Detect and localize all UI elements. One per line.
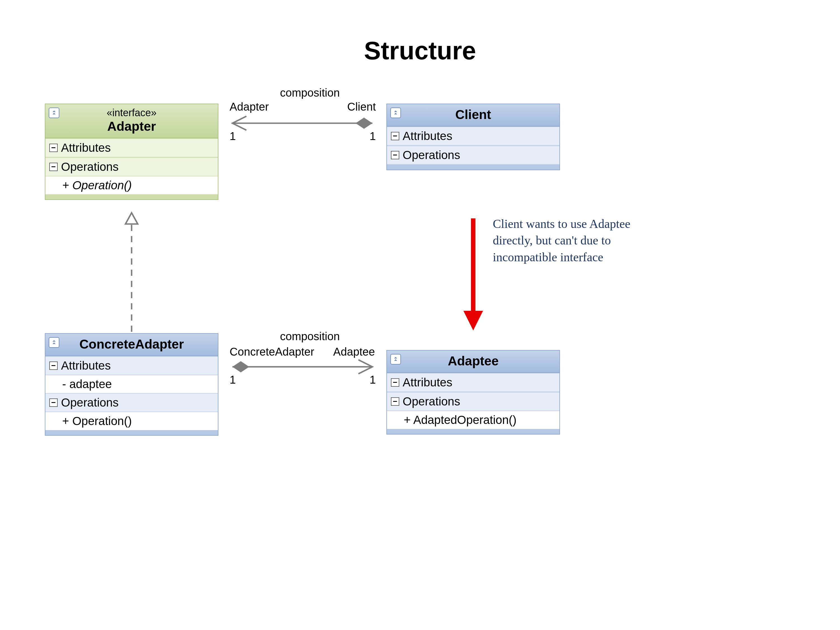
role-label: Adapter <box>230 101 269 113</box>
operation-member: + Operation() <box>45 412 218 430</box>
minus-icon[interactable]: − <box>49 163 58 171</box>
collapse-up-icon[interactable] <box>390 354 401 365</box>
class-box-concrete-adapter: ConcreteAdapter −Attributes - adaptee −O… <box>45 333 218 436</box>
collapse-up-icon[interactable] <box>49 107 59 118</box>
operations-section: −Operations + AdaptedOperation() <box>387 392 559 429</box>
class-footer <box>387 165 559 170</box>
multiplicity-label: 1 <box>230 130 236 142</box>
minus-icon[interactable]: − <box>391 132 399 140</box>
minus-icon[interactable]: − <box>391 378 399 387</box>
svg-marker-1 <box>355 118 373 129</box>
class-footer <box>45 194 218 199</box>
page-title: Structure <box>0 36 840 65</box>
minus-icon[interactable]: − <box>49 144 58 152</box>
class-head: «interface» Adapter <box>45 104 218 138</box>
section-label: Attributes <box>61 359 111 373</box>
attribute-member: - adaptee <box>45 375 218 393</box>
section-label: Operations <box>61 396 118 409</box>
minus-icon[interactable]: − <box>49 398 58 407</box>
section-label: Operations <box>61 160 118 174</box>
note-arrow-icon <box>463 218 483 330</box>
multiplicity-label: 1 <box>369 374 376 386</box>
section-label: Attributes <box>61 141 111 155</box>
minus-icon[interactable]: − <box>391 151 399 159</box>
class-footer <box>387 429 559 434</box>
class-head: ConcreteAdapter <box>45 334 218 356</box>
attributes-section: −Attributes <box>387 126 559 145</box>
class-box-adapter: «interface» Adapter −Attributes −Operati… <box>45 104 218 200</box>
connectors-overlay: composition Adapter 1 Client 1 compositi… <box>0 0 840 630</box>
connector-label: composition <box>280 330 339 343</box>
class-name: Adaptee <box>392 354 555 368</box>
section-label: Operations <box>403 395 460 408</box>
operations-section: −Operations + Operation() <box>45 393 218 430</box>
section-label: Attributes <box>403 129 452 143</box>
svg-marker-7 <box>463 311 483 330</box>
role-label: Client <box>347 101 376 113</box>
attributes-section: −Attributes <box>45 138 218 157</box>
stereotype: «interface» <box>50 107 213 119</box>
class-box-client: Client −Attributes −Operations <box>387 104 560 170</box>
minus-icon[interactable]: − <box>49 362 58 370</box>
operations-section: −Operations <box>387 145 559 165</box>
operation-member: + Operation() <box>45 177 218 194</box>
role-label: ConcreteAdapter <box>230 346 314 358</box>
class-name: Adapter <box>50 119 213 134</box>
operation-member: + AdaptedOperation() <box>387 411 559 429</box>
operations-section: −Operations + Operation() <box>45 157 218 194</box>
class-head: Client <box>387 104 559 126</box>
connector-label: composition <box>280 87 339 99</box>
class-footer <box>45 430 218 435</box>
connector-concreteadapter-adaptee: composition ConcreteAdapter 1 Adaptee 1 <box>230 330 376 386</box>
connector-client-adapter: composition Adapter 1 Client 1 <box>230 87 376 142</box>
class-name: ConcreteAdapter <box>50 336 213 352</box>
attributes-section: −Attributes - adaptee <box>45 356 218 393</box>
class-box-adaptee: Adaptee −Attributes −Operations + Adapte… <box>387 350 560 434</box>
collapse-up-icon[interactable] <box>390 107 401 118</box>
svg-marker-5 <box>232 361 249 373</box>
collapse-up-icon[interactable] <box>49 337 59 348</box>
class-head: Adaptee <box>387 351 559 373</box>
minus-icon[interactable]: − <box>391 397 399 406</box>
multiplicity-label: 1 <box>230 374 236 386</box>
connector-realization <box>125 213 138 332</box>
section-label: Operations <box>403 148 460 162</box>
role-label: Adaptee <box>333 346 375 358</box>
attributes-section: −Attributes <box>387 373 559 392</box>
class-name: Client <box>392 107 555 122</box>
annotation-note: Client wants to use Adaptee directly, bu… <box>493 216 661 265</box>
section-label: Attributes <box>403 376 452 389</box>
svg-marker-3 <box>125 213 138 224</box>
multiplicity-label: 1 <box>369 130 376 142</box>
